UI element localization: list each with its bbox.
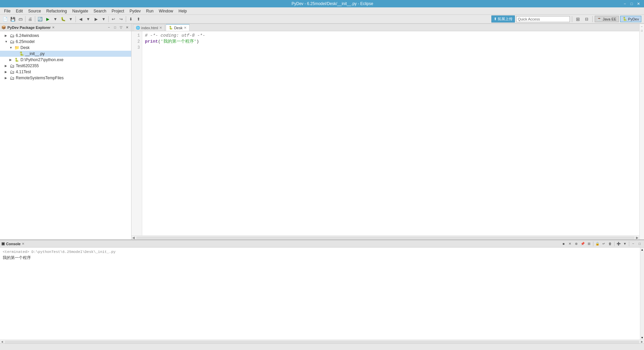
explorer-menu-btn[interactable]: ▽: [118, 25, 124, 30]
explorer-header: 📦 PyDev Package Explorer ✕ − □ ▽ ✕: [0, 24, 131, 31]
tab-index-html[interactable]: 🌐 index.html ✕: [133, 24, 165, 31]
console-remove-all-launches-btn[interactable]: ⊗: [573, 241, 579, 247]
debug-arrow-button[interactable]: ▼: [67, 15, 74, 23]
maximize-button[interactable]: □: [629, 1, 635, 6]
console-clear-btn[interactable]: 🗑: [607, 241, 613, 247]
folder-icon-desk: 📁: [14, 45, 19, 50]
perspective-layout-button[interactable]: ⊟: [583, 15, 590, 23]
tree-item-python-exe[interactable]: ▶ 🐍 D:\Python27\python.exe: [0, 57, 131, 63]
java-ee-perspective-button[interactable]: ☕ Java EE: [595, 16, 619, 22]
save-button[interactable]: 💾: [9, 15, 16, 23]
right-panel-outline: − □: [639, 24, 644, 239]
menu-file[interactable]: File: [1, 7, 13, 14]
pydev-perspective-button[interactable]: 🐍 PyDev: [620, 16, 641, 22]
tree-item-test6202355[interactable]: ▶ 🗂 Test6202355: [0, 63, 131, 69]
label-411test: 4.11Test: [16, 70, 31, 74]
menu-pydev[interactable]: Pydev: [127, 7, 143, 14]
console-maximize-btn[interactable]: □: [637, 241, 643, 247]
console-hscroll-track[interactable]: [5, 341, 639, 343]
menu-run[interactable]: Run: [144, 7, 156, 14]
tree-item-init-py[interactable]: 🐍 __init__.py: [0, 51, 131, 57]
upload-button[interactable]: ⬆ 拓展上传: [491, 15, 515, 23]
console-terminate-btn[interactable]: ■: [560, 241, 567, 247]
perspective-open-button[interactable]: ⊞: [574, 15, 582, 23]
hscroll-left-btn[interactable]: ◀: [131, 236, 136, 239]
run-arrow-button[interactable]: ▼: [52, 15, 59, 23]
console-hscroll-right[interactable]: ▶: [640, 340, 644, 343]
editor-content[interactable]: 1 2 3 # -*- coding: utf-8 -*- print('我的第…: [131, 31, 639, 235]
refresh-button[interactable]: 🔄: [36, 15, 44, 23]
explorer-content[interactable]: ▶ 🗂 6.24windows ▼ 🗂 6.25model ▼ 📁 Desk: [0, 31, 131, 239]
console-output-value: 我的第一个程序: [3, 256, 31, 260]
tree-item-625model[interactable]: ▼ 🗂 6.25model: [0, 39, 131, 45]
back-button[interactable]: ◀: [77, 15, 84, 23]
outline-minimize-btn[interactable]: −: [640, 25, 644, 29]
console-vscroll-up[interactable]: ▲: [640, 248, 644, 252]
run-button[interactable]: ▶: [44, 15, 51, 23]
code-line-3: [145, 45, 637, 51]
menu-source[interactable]: Source: [25, 7, 44, 14]
title-bar: PyDev - 6.25model/Desk/__init__.py - Ecl…: [0, 0, 644, 7]
new-button[interactable]: 📄: [1, 15, 9, 23]
arrow-remote-temp: ▶: [5, 76, 9, 80]
console-remove-launch-btn[interactable]: ✕: [567, 241, 573, 247]
hscroll-track[interactable]: [136, 236, 635, 239]
project-icon-624windows: 🗂: [9, 33, 15, 38]
prev-edit-button[interactable]: ↩: [110, 15, 117, 23]
menu-navigate[interactable]: Navigate: [69, 7, 91, 14]
arrow-python-exe: ▶: [9, 58, 14, 61]
explorer-close-icon: ✕: [52, 26, 55, 29]
menu-search[interactable]: Search: [91, 7, 109, 14]
prev-annotation-button[interactable]: ⬆: [135, 15, 142, 23]
hscroll-right-btn[interactable]: ▶: [635, 236, 639, 239]
menu-project[interactable]: Project: [109, 7, 127, 14]
separator-3: [75, 16, 76, 22]
console-scroll-lock-btn[interactable]: 🔒: [594, 241, 600, 247]
editor-panel: 🌐 index.html ✕ 🐍 Desk ✕ 1 2 3: [131, 24, 639, 239]
package-explorer-panel: 📦 PyDev Package Explorer ✕ − □ ▽ ✕ ▶ 🗂 6…: [0, 24, 131, 239]
project-icon-remote-temp: 🗂: [9, 75, 15, 81]
explorer-minimize-btn[interactable]: −: [106, 25, 112, 30]
code-area[interactable]: # -*- coding: utf-8 -*- print('我的第一个程序'): [142, 31, 639, 235]
next-annotation-button[interactable]: ⬇: [127, 15, 135, 23]
menu-edit[interactable]: Edit: [13, 7, 25, 14]
tree-item-624windows[interactable]: ▶ 🗂 6.24windows: [0, 33, 131, 39]
print-button[interactable]: 🖨: [26, 15, 34, 23]
back-arrow-button[interactable]: ▼: [85, 15, 92, 23]
console-content[interactable]: <terminated> D:\pythonTest\6.25model\Des…: [0, 248, 640, 340]
console-sep-2: [614, 242, 614, 246]
quick-access-input[interactable]: Quick Access: [516, 16, 570, 22]
python-exe-icon: 🐍: [14, 57, 19, 62]
console-word-wrap-btn[interactable]: ↵: [601, 241, 607, 247]
tree-item-desk[interactable]: ▼ 📁 Desk: [0, 45, 131, 51]
console-open-console-btn[interactable]: ▼: [622, 241, 628, 247]
console-new-console-btn[interactable]: ➕: [615, 241, 622, 247]
explorer-close-btn[interactable]: ✕: [124, 25, 130, 30]
menu-refactoring[interactable]: Refactoring: [44, 7, 69, 14]
menu-help[interactable]: Help: [176, 7, 190, 14]
line-num-1: 1: [133, 33, 140, 39]
save-all-button[interactable]: 🗃: [17, 15, 24, 23]
outline-maximize-btn[interactable]: □: [640, 29, 644, 33]
explorer-maximize-btn[interactable]: □: [112, 25, 118, 30]
console-vscroll[interactable]: ▲ ▼: [640, 248, 644, 340]
console-hscroll-left[interactable]: ◀: [0, 340, 4, 343]
console-terminated-text: <terminated> D:\pythonTest\6.25model\Des…: [3, 249, 637, 255]
console-pin-console-btn[interactable]: 📌: [580, 241, 586, 247]
tab-close-index[interactable]: ✕: [159, 26, 162, 30]
close-button[interactable]: ✕: [635, 1, 641, 6]
editor-hscroll[interactable]: ◀ ▶: [131, 235, 639, 239]
forward-arrow-button[interactable]: ▼: [100, 15, 107, 23]
console-display-selected-btn[interactable]: ⊞: [586, 241, 592, 247]
debug-button[interactable]: 🐛: [59, 15, 67, 23]
console-vscroll-down[interactable]: ▼: [640, 336, 644, 340]
console-minimize-btn[interactable]: −: [630, 241, 636, 247]
tree-item-remote-temp[interactable]: ▶ 🗂 RemoteSystemsTempFiles: [0, 75, 131, 81]
tab-desk[interactable]: 🐍 Desk ✕: [166, 24, 190, 31]
tree-item-411test[interactable]: ▶ 🗂 4.11Test: [0, 69, 131, 75]
menu-window[interactable]: Window: [156, 7, 176, 14]
minimize-button[interactable]: −: [622, 1, 628, 6]
forward-button[interactable]: ▶: [92, 15, 100, 23]
tab-close-desk[interactable]: ✕: [184, 26, 186, 30]
next-edit-button[interactable]: ↪: [117, 15, 125, 23]
